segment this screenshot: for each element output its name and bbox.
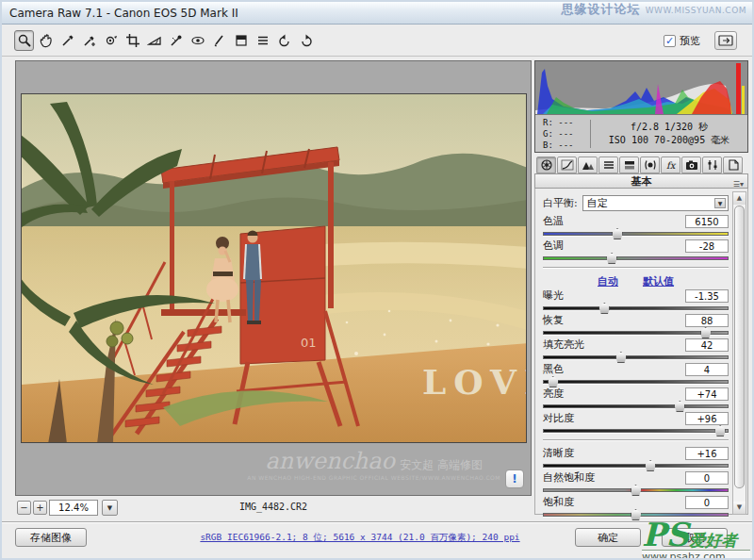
tab-hsl-grayscale[interactable] — [598, 156, 618, 173]
anwenchao-watermark: anwenchao 安文超 高端修图 AN WENCHAO HIGH-END G… — [247, 455, 500, 484]
slider-track[interactable] — [543, 331, 729, 335]
slider-value-field[interactable]: +16 — [685, 447, 729, 460]
heal-brush-icon — [169, 33, 184, 48]
window-title: Camera Raw 7.1 - Canon EOS 5D Mark II — [9, 7, 238, 20]
slider-row: 恢复 88 — [543, 313, 729, 338]
slider-track[interactable] — [543, 380, 729, 384]
tab-lens-corrections[interactable] — [640, 156, 660, 173]
crop-icon — [125, 33, 140, 48]
red-eye-tool[interactable] — [188, 30, 207, 51]
slider-value-field[interactable]: 88 — [685, 314, 729, 327]
slider-value-field[interactable]: 4 — [685, 363, 729, 376]
zoom-tool[interactable] — [14, 30, 34, 51]
slider-track[interactable] — [543, 232, 729, 236]
tab-detail[interactable] — [578, 156, 598, 173]
fullscreen-toggle-button[interactable] — [714, 31, 737, 50]
adjustments-panel: R: --- G: --- B: --- f/2.8 1/320 秒 ISO 1… — [534, 60, 748, 515]
list-icon — [255, 33, 270, 48]
crop-tool[interactable] — [123, 30, 142, 51]
histogram-box: R: --- G: --- B: --- f/2.8 1/320 秒 ISO 1… — [534, 60, 748, 153]
slider-value-field[interactable]: 0 — [685, 496, 729, 509]
white-balance-select[interactable]: 自定 ▼ — [582, 195, 729, 211]
slider-value-field[interactable]: +96 — [685, 412, 729, 425]
tab-tone-curve[interactable] — [557, 156, 577, 173]
spot-removal-tool[interactable] — [166, 30, 186, 51]
panel-scrollbar[interactable]: ▲ ▼ — [732, 191, 746, 515]
hand-tool[interactable] — [36, 30, 56, 51]
rgb-g: G: --- — [543, 128, 590, 140]
rotate-ccw-icon — [277, 33, 292, 48]
slider-label: 曝光 — [543, 288, 564, 303]
camera-icon — [685, 159, 698, 171]
svg-text:fx: fx — [666, 160, 677, 171]
color-sampler-tool[interactable] — [79, 30, 99, 51]
chevron-down-icon: ▼ — [714, 198, 726, 208]
adjustment-brush-tool[interactable] — [209, 30, 229, 51]
preferences-tool[interactable] — [253, 30, 272, 51]
histogram-graph[interactable] — [535, 61, 747, 114]
slider-row: 填充亮光 42 — [543, 338, 729, 362]
slider-thumb[interactable] — [606, 253, 617, 264]
ok-button[interactable]: 确定 — [575, 528, 641, 547]
tab-basic[interactable] — [536, 156, 556, 173]
slider-track[interactable] — [543, 429, 729, 433]
slider-value-field[interactable]: -28 — [685, 239, 729, 253]
cancel-button[interactable]: 取消 — [662, 528, 728, 547]
rotate-left-tool[interactable] — [274, 30, 294, 51]
basic-panel-body: 白平衡: 自定 ▼ 色温 6150 色调 -28 自动 默认值 — [534, 189, 748, 515]
tab-presets[interactable] — [702, 156, 722, 173]
photo-preview[interactable]: LOVE 01 — [21, 93, 527, 443]
preview-label: 预览 — [680, 34, 700, 48]
slider-label: 饱和度 — [543, 495, 574, 509]
divider — [543, 439, 729, 441]
slider-thumb[interactable] — [631, 509, 642, 520]
scroll-up-icon[interactable]: ▲ — [733, 192, 746, 205]
camera-raw-dialog: Camera Raw 7.1 - Canon EOS 5D Mark II 思缘… — [0, 0, 754, 560]
slider-label: 恢复 — [543, 313, 564, 327]
slider-value-field[interactable]: 42 — [685, 338, 729, 352]
brush-icon — [212, 33, 227, 48]
auto-link[interactable]: 自动 — [598, 274, 618, 288]
zoom-strip: − + 12.4% ▼ IMG_4482.CR2 — [15, 499, 532, 518]
iso-lens-info: ISO 100 70-200@95 毫米 — [591, 134, 747, 147]
targeted-adjustment-tool[interactable] — [101, 30, 121, 51]
preview-checkbox[interactable]: ✓ — [664, 35, 676, 47]
rotate-right-tool[interactable] — [296, 30, 316, 51]
tab-split-toning[interactable] — [619, 156, 639, 173]
slider-value-field[interactable]: 0 — [685, 471, 729, 485]
slider-track[interactable] — [543, 355, 729, 359]
slider-value-field[interactable]: +74 — [685, 387, 729, 401]
warning-badge-button[interactable]: ! — [505, 469, 524, 488]
slider-track[interactable] — [543, 306, 729, 310]
slider-track[interactable] — [543, 488, 729, 492]
tab-effects[interactable]: fx — [661, 156, 680, 173]
slider-track[interactable] — [543, 256, 729, 260]
slider-label: 亮度 — [543, 387, 564, 401]
slider-track[interactable] — [543, 404, 729, 408]
slider-track[interactable] — [543, 513, 729, 517]
preview-canvas[interactable]: LOVE 01 — [15, 60, 532, 496]
snapshots-icon — [727, 159, 740, 171]
slider-label: 清晰度 — [543, 446, 574, 460]
tone-sliders: 曝光 -1.35 恢复 88 填充亮光 42 黑色 4 亮度 — [543, 288, 729, 436]
color-sampler-icon — [82, 33, 97, 48]
graduated-filter-tool[interactable] — [231, 30, 251, 51]
tab-camera-calibration[interactable] — [681, 156, 701, 173]
level-triangle-icon — [147, 33, 162, 48]
scroll-down-icon[interactable]: ▼ — [733, 502, 746, 514]
tab-snapshots[interactable] — [723, 156, 743, 173]
slider-value-field[interactable]: 6150 — [685, 215, 729, 228]
straighten-tool[interactable] — [144, 30, 164, 51]
slider-row: 自然饱和度 0 — [543, 470, 729, 495]
slider-thumb[interactable] — [714, 425, 726, 436]
slider-label: 黑色 — [543, 362, 564, 376]
photo-illustration: LOVE 01 — [22, 94, 527, 443]
workflow-options-link[interactable]: sRGB IEC61966-2.1; 8 位; 5616 x 3744 (21.… — [162, 532, 558, 544]
default-link[interactable]: 默认值 — [643, 274, 674, 288]
scrollbar-thumb[interactable] — [734, 206, 745, 488]
slider-track[interactable] — [543, 464, 729, 468]
white-balance-tool[interactable] — [57, 30, 77, 51]
slider-row: 色温 6150 — [543, 214, 729, 239]
slider-value-field[interactable]: -1.35 — [685, 289, 729, 303]
save-image-button[interactable]: 存储图像 — [15, 528, 87, 547]
